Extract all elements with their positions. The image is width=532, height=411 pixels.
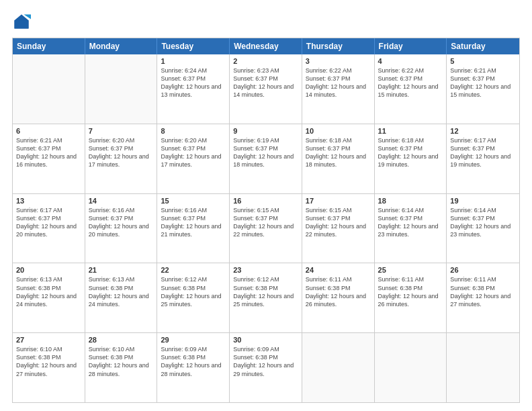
calendar-cell: 18Sunrise: 6:14 AM Sunset: 6:37 PM Dayli… <box>375 194 447 263</box>
day-info: Sunrise: 6:18 AM Sunset: 6:37 PM Dayligh… <box>306 136 371 169</box>
calendar-cell: 17Sunrise: 6:15 AM Sunset: 6:37 PM Dayli… <box>302 194 375 263</box>
calendar-cell: 26Sunrise: 6:11 AM Sunset: 6:38 PM Dayli… <box>447 263 519 332</box>
day-number: 9 <box>233 127 298 135</box>
calendar-cell: 15Sunrise: 6:16 AM Sunset: 6:37 PM Dayli… <box>157 194 230 263</box>
calendar-cell: 21Sunrise: 6:13 AM Sunset: 6:38 PM Dayli… <box>85 263 158 332</box>
day-number: 28 <box>89 336 154 344</box>
day-number: 23 <box>233 266 298 274</box>
calendar-cell <box>447 333 519 402</box>
day-info: Sunrise: 6:11 AM Sunset: 6:38 PM Dayligh… <box>306 275 371 308</box>
day-number: 19 <box>450 197 516 205</box>
calendar-cell: 2Sunrise: 6:23 AM Sunset: 6:37 PM Daylig… <box>230 54 302 124</box>
calendar-cell: 10Sunrise: 6:18 AM Sunset: 6:37 PM Dayli… <box>302 124 375 193</box>
calendar-cell: 13Sunrise: 6:17 AM Sunset: 6:37 PM Dayli… <box>13 194 85 263</box>
calendar-cell: 3Sunrise: 6:22 AM Sunset: 6:37 PM Daylig… <box>302 54 375 124</box>
calendar-cell: 1Sunrise: 6:24 AM Sunset: 6:37 PM Daylig… <box>157 54 230 124</box>
day-info: Sunrise: 6:14 AM Sunset: 6:37 PM Dayligh… <box>378 206 443 239</box>
day-number: 11 <box>378 127 443 135</box>
day-info: Sunrise: 6:12 AM Sunset: 6:38 PM Dayligh… <box>233 275 298 308</box>
day-info: Sunrise: 6:18 AM Sunset: 6:37 PM Dayligh… <box>378 136 443 169</box>
day-info: Sunrise: 6:12 AM Sunset: 6:38 PM Dayligh… <box>161 275 226 308</box>
calendar-cell: 25Sunrise: 6:11 AM Sunset: 6:38 PM Dayli… <box>375 263 447 332</box>
calendar-cell <box>375 333 447 402</box>
day-info: Sunrise: 6:20 AM Sunset: 6:37 PM Dayligh… <box>89 136 154 169</box>
calendar-cell <box>13 54 85 124</box>
calendar-cell: 16Sunrise: 6:15 AM Sunset: 6:37 PM Dayli… <box>230 194 302 263</box>
header <box>12 12 520 31</box>
cal-header-cell: Friday <box>375 38 447 54</box>
calendar-cell: 9Sunrise: 6:19 AM Sunset: 6:37 PM Daylig… <box>230 124 302 193</box>
day-number: 5 <box>450 57 516 65</box>
calendar-cell: 6Sunrise: 6:21 AM Sunset: 6:37 PM Daylig… <box>13 124 85 193</box>
day-info: Sunrise: 6:11 AM Sunset: 6:38 PM Dayligh… <box>378 275 443 308</box>
day-info: Sunrise: 6:09 AM Sunset: 6:38 PM Dayligh… <box>233 345 298 378</box>
calendar-body: 1Sunrise: 6:24 AM Sunset: 6:37 PM Daylig… <box>13 54 519 402</box>
calendar-cell: 14Sunrise: 6:16 AM Sunset: 6:37 PM Dayli… <box>85 194 158 263</box>
day-number: 4 <box>378 57 443 65</box>
svg-rect-2 <box>15 20 29 28</box>
calendar-cell: 7Sunrise: 6:20 AM Sunset: 6:37 PM Daylig… <box>85 124 158 193</box>
calendar-cell: 4Sunrise: 6:22 AM Sunset: 6:37 PM Daylig… <box>375 54 447 124</box>
day-number: 20 <box>16 266 81 274</box>
logo-icon <box>12 12 31 31</box>
calendar-cell: 24Sunrise: 6:11 AM Sunset: 6:38 PM Dayli… <box>302 263 375 332</box>
day-info: Sunrise: 6:19 AM Sunset: 6:37 PM Dayligh… <box>233 136 298 169</box>
day-info: Sunrise: 6:10 AM Sunset: 6:38 PM Dayligh… <box>89 345 154 378</box>
day-number: 15 <box>161 197 226 205</box>
day-number: 25 <box>378 266 443 274</box>
calendar-cell: 22Sunrise: 6:12 AM Sunset: 6:38 PM Dayli… <box>157 263 230 332</box>
day-info: Sunrise: 6:16 AM Sunset: 6:37 PM Dayligh… <box>161 206 226 239</box>
day-number: 21 <box>89 266 154 274</box>
day-info: Sunrise: 6:15 AM Sunset: 6:37 PM Dayligh… <box>233 206 298 239</box>
day-number: 13 <box>16 197 81 205</box>
day-number: 10 <box>306 127 371 135</box>
calendar-cell: 5Sunrise: 6:21 AM Sunset: 6:37 PM Daylig… <box>447 54 519 124</box>
day-number: 17 <box>306 197 371 205</box>
cal-header-cell: Monday <box>85 38 158 54</box>
day-info: Sunrise: 6:17 AM Sunset: 6:37 PM Dayligh… <box>450 136 516 169</box>
day-number: 24 <box>306 266 371 274</box>
day-number: 16 <box>233 197 298 205</box>
logo <box>12 12 34 31</box>
day-number: 1 <box>161 57 226 65</box>
day-info: Sunrise: 6:20 AM Sunset: 6:37 PM Dayligh… <box>161 136 226 169</box>
day-number: 2 <box>233 57 298 65</box>
calendar-row: 13Sunrise: 6:17 AM Sunset: 6:37 PM Dayli… <box>13 193 519 263</box>
calendar-cell: 19Sunrise: 6:14 AM Sunset: 6:37 PM Dayli… <box>447 194 519 263</box>
calendar-row: 6Sunrise: 6:21 AM Sunset: 6:37 PM Daylig… <box>13 124 519 193</box>
cal-header-cell: Sunday <box>13 38 85 54</box>
calendar-cell: 27Sunrise: 6:10 AM Sunset: 6:38 PM Dayli… <box>13 333 85 402</box>
calendar: SundayMondayTuesdayWednesdayThursdayFrid… <box>12 38 520 403</box>
calendar-cell: 29Sunrise: 6:09 AM Sunset: 6:38 PM Dayli… <box>157 333 230 402</box>
day-number: 29 <box>161 336 226 344</box>
day-number: 12 <box>450 127 516 135</box>
day-info: Sunrise: 6:11 AM Sunset: 6:38 PM Dayligh… <box>450 275 516 308</box>
cal-header-cell: Wednesday <box>230 38 302 54</box>
calendar-cell <box>85 54 158 124</box>
day-info: Sunrise: 6:14 AM Sunset: 6:37 PM Dayligh… <box>450 206 516 239</box>
day-number: 7 <box>89 127 154 135</box>
calendar-cell: 20Sunrise: 6:13 AM Sunset: 6:38 PM Dayli… <box>13 263 85 332</box>
day-info: Sunrise: 6:13 AM Sunset: 6:38 PM Dayligh… <box>89 275 154 308</box>
day-info: Sunrise: 6:21 AM Sunset: 6:37 PM Dayligh… <box>16 136 81 169</box>
calendar-cell: 28Sunrise: 6:10 AM Sunset: 6:38 PM Dayli… <box>85 333 158 402</box>
day-info: Sunrise: 6:22 AM Sunset: 6:37 PM Dayligh… <box>378 66 443 99</box>
day-info: Sunrise: 6:17 AM Sunset: 6:37 PM Dayligh… <box>16 206 81 239</box>
day-number: 8 <box>161 127 226 135</box>
day-info: Sunrise: 6:22 AM Sunset: 6:37 PM Dayligh… <box>306 66 371 99</box>
day-info: Sunrise: 6:21 AM Sunset: 6:37 PM Dayligh… <box>450 66 516 99</box>
calendar-cell: 23Sunrise: 6:12 AM Sunset: 6:38 PM Dayli… <box>230 263 302 332</box>
calendar-cell: 12Sunrise: 6:17 AM Sunset: 6:37 PM Dayli… <box>447 124 519 193</box>
day-number: 6 <box>16 127 81 135</box>
cal-header-cell: Thursday <box>302 38 375 54</box>
day-info: Sunrise: 6:24 AM Sunset: 6:37 PM Dayligh… <box>161 66 226 99</box>
day-info: Sunrise: 6:16 AM Sunset: 6:37 PM Dayligh… <box>89 206 154 239</box>
calendar-row: 20Sunrise: 6:13 AM Sunset: 6:38 PM Dayli… <box>13 263 519 332</box>
day-number: 22 <box>161 266 226 274</box>
calendar-row: 27Sunrise: 6:10 AM Sunset: 6:38 PM Dayli… <box>13 332 519 402</box>
calendar-cell: 8Sunrise: 6:20 AM Sunset: 6:37 PM Daylig… <box>157 124 230 193</box>
calendar-cell: 11Sunrise: 6:18 AM Sunset: 6:37 PM Dayli… <box>375 124 447 193</box>
day-number: 27 <box>16 336 81 344</box>
cal-header-cell: Saturday <box>447 38 519 54</box>
calendar-cell: 30Sunrise: 6:09 AM Sunset: 6:38 PM Dayli… <box>230 333 302 402</box>
